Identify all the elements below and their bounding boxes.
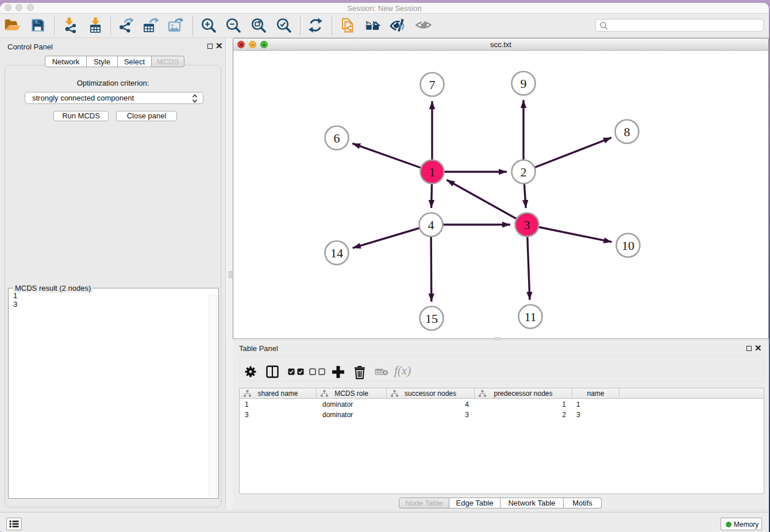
svg-text:7: 7 [429, 78, 436, 92]
svg-text:11: 11 [524, 310, 536, 324]
svg-text:3: 3 [524, 218, 530, 232]
svg-text:9: 9 [521, 76, 527, 91]
svg-text:8: 8 [624, 125, 630, 139]
svg-text:15: 15 [425, 311, 438, 326]
svg-text:14: 14 [330, 246, 343, 260]
svg-text:4: 4 [428, 218, 434, 232]
svg-text:2: 2 [521, 165, 527, 179]
svg-text:6: 6 [334, 131, 340, 145]
svg-text:1: 1 [429, 165, 436, 179]
svg-text:10: 10 [622, 238, 634, 253]
